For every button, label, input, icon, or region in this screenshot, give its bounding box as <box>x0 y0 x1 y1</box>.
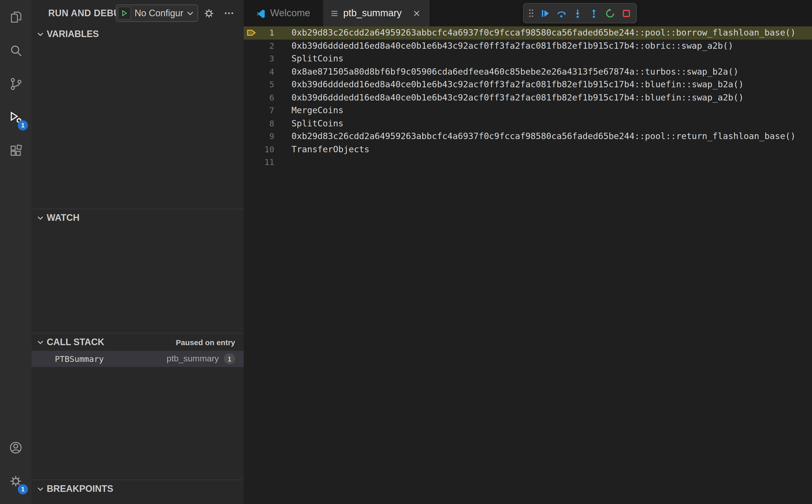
code-line[interactable]: 8SplitCoins <box>244 117 812 130</box>
line-number: 4 <box>259 65 274 78</box>
watch-section-header[interactable]: WATCH <box>31 209 244 226</box>
code-line[interactable]: 90xb29d83c26cdd2a64959263abbcfc4a6937f0c… <box>244 130 812 143</box>
code-line[interactable]: 11 <box>244 156 812 169</box>
tab-welcome[interactable]: Welcome <box>244 0 323 26</box>
code-line[interactable]: 10TransferObjects <box>244 143 812 156</box>
code-text[interactable]: 0xb29d83c26cdd2a64959263abbcfc4a6937f0c9… <box>291 26 812 39</box>
run-and-debug-sidebar: RUN AND DEBUG No Configur <box>31 0 244 504</box>
tab-label: ptb_summary <box>343 8 402 19</box>
activity-item-source-control[interactable] <box>0 69 31 100</box>
line-number: 8 <box>259 117 274 130</box>
chevron-down-icon <box>37 485 44 493</box>
line-number: 7 <box>259 104 274 117</box>
code-text[interactable]: TransferObjects <box>291 143 812 156</box>
debug-current-line-arrow-icon <box>246 29 256 37</box>
line-number: 6 <box>259 91 274 104</box>
chevron-down-icon <box>37 30 44 38</box>
activity-bar: 1 <box>0 0 31 504</box>
code-text[interactable]: 0xb39d6dddedd16ed8a40ce0b1e6b43c92acf0ff… <box>291 78 812 91</box>
step-into-button[interactable] <box>569 5 586 22</box>
code-text[interactable]: 0xb39d6dddedd16ed8a40ce0b1e6b43c92acf0ff… <box>291 39 812 52</box>
step-over-icon <box>556 8 566 18</box>
breakpoints-section-header[interactable]: BREAKPOINTS <box>31 480 244 497</box>
activity-item-accounts[interactable] <box>0 433 31 464</box>
code-text[interactable]: 0xb39d6dddedd16ed8a40ce0b1e6b43c92acf0ff… <box>291 91 812 104</box>
ellipsis-icon <box>223 8 235 19</box>
variables-section-header[interactable]: VARIABLES <box>31 25 244 43</box>
code-line[interactable]: 10xb29d83c26cdd2a64959263abbcfc4a6937f0c… <box>244 26 812 39</box>
step-out-button[interactable] <box>586 5 602 22</box>
activity-item-extensions[interactable] <box>0 136 31 167</box>
toolbar-drag-handle[interactable] <box>526 5 537 22</box>
stop-button[interactable] <box>618 5 634 22</box>
more-actions-button[interactable] <box>222 7 236 20</box>
code-text[interactable]: SplitCoins <box>291 52 812 65</box>
launch-configuration-dropdown[interactable]: No Configur <box>116 5 198 22</box>
code-text[interactable]: 0xb29d83c26cdd2a64959263abbcfc4a6937f0c9… <box>291 130 812 143</box>
close-icon[interactable] <box>411 8 423 19</box>
call-stack-section: CALL STACK Paused on entry PTBSummary pt… <box>31 333 244 480</box>
line-number: 11 <box>259 156 274 169</box>
line-number: 9 <box>259 130 274 143</box>
stop-icon <box>621 8 631 18</box>
restart-button[interactable] <box>602 5 618 22</box>
step-into-icon <box>573 8 582 18</box>
play-icon <box>121 10 128 17</box>
code-text[interactable]: SplitCoins <box>291 117 812 130</box>
code-line[interactable]: 7MergeCoins <box>244 104 812 117</box>
section-label: WATCH <box>47 212 79 223</box>
section-label: BREAKPOINTS <box>47 483 113 494</box>
gripper-icon <box>528 9 534 18</box>
files-icon <box>9 10 23 26</box>
chevron-down-icon <box>37 214 44 222</box>
debug-toolbar <box>523 3 637 23</box>
search-icon <box>9 43 23 59</box>
extensions-icon <box>9 144 23 160</box>
line-number: 10 <box>259 143 274 156</box>
call-stack-section-header[interactable]: CALL STACK Paused on entry <box>31 333 244 351</box>
activity-item-settings[interactable]: 1 <box>0 466 31 498</box>
section-label: VARIABLES <box>47 29 99 39</box>
tab-label: Welcome <box>270 8 310 19</box>
debug-current-line-glyph[interactable] <box>244 29 259 37</box>
step-over-button[interactable] <box>553 5 569 22</box>
section-label: CALL STACK <box>47 337 104 347</box>
paused-status-label: Paused on entry <box>176 338 235 346</box>
code-text[interactable]: 0x8ae871505a80d8bf6bf9c05906cda6edfeea46… <box>291 65 812 78</box>
activity-item-run-and-debug[interactable]: 1 <box>0 103 31 134</box>
debug-settings-gear-button[interactable] <box>202 7 215 20</box>
code-lines: 10xb29d83c26cdd2a64959263abbcfc4a6937f0c… <box>244 26 812 504</box>
line-number: 2 <box>259 39 274 52</box>
activity-item-search[interactable] <box>0 36 31 67</box>
code-text[interactable]: MergeCoins <box>291 104 812 117</box>
frame-name: PTBSummary <box>55 354 161 364</box>
settings-badge: 1 <box>18 484 28 494</box>
step-out-icon <box>589 8 599 18</box>
variables-section: VARIABLES <box>31 25 244 209</box>
sidebar-header: RUN AND DEBUG No Configur <box>31 0 244 26</box>
code-line[interactable]: 40x8ae871505a80d8bf6bf9c05906cda6edfeea4… <box>244 65 812 78</box>
continue-button[interactable] <box>537 5 553 22</box>
editor-area: Welcome ptb_summary <box>244 0 812 504</box>
frame-source: ptb_summary <box>166 354 219 364</box>
vscode-window: 1 <box>0 0 812 504</box>
code-line[interactable]: 50xb39d6dddedd16ed8a40ce0b1e6b43c92acf0f… <box>244 78 812 91</box>
breakpoints-section: BREAKPOINTS <box>31 480 244 504</box>
activity-item-explorer[interactable] <box>0 2 31 33</box>
watch-section: WATCH <box>31 209 244 333</box>
frame-count-badge: 1 <box>224 353 235 364</box>
chevron-down-icon <box>37 338 44 346</box>
code-line[interactable]: 20xb39d6dddedd16ed8a40ce0b1e6b43c92acf0f… <box>244 39 812 52</box>
account-icon <box>9 441 23 457</box>
code-line[interactable]: 60xb39d6dddedd16ed8a40ce0b1e6b43c92acf0f… <box>244 91 812 104</box>
call-stack-frame-row[interactable]: PTBSummary ptb_summary 1 <box>31 351 244 367</box>
tab-ptb-summary[interactable]: ptb_summary <box>323 0 430 26</box>
start-debug-button[interactable] <box>118 7 131 20</box>
restart-icon <box>605 8 615 18</box>
code-line[interactable]: 3SplitCoins <box>244 52 812 65</box>
chevron-down-icon <box>187 11 193 15</box>
list-file-icon <box>330 9 339 18</box>
line-number: 1 <box>259 26 274 39</box>
debug-badge: 1 <box>18 120 28 130</box>
vscode-logo-icon <box>256 8 265 18</box>
